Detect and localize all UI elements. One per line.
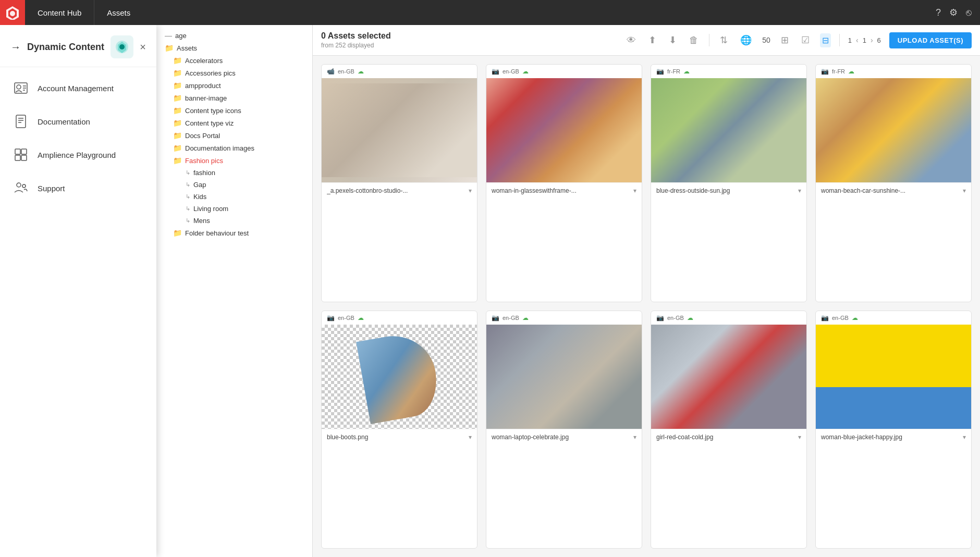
upload-assets-button[interactable]: UPLOAD ASSET(S): [889, 32, 972, 48]
locale-label: en-GB: [503, 68, 519, 75]
locale-label: en-GB: [338, 315, 354, 321]
tree-item-label: Accessories pics: [185, 69, 236, 77]
tree-item-label: Kids: [193, 193, 206, 201]
tree-item-label: Documentation images: [185, 144, 254, 152]
asset-card-footer: woman-beach-car-sunshine-... ▾: [816, 182, 971, 199]
chevron-down-icon[interactable]: ▾: [633, 187, 636, 194]
tree-item-assets[interactable]: 📁 Assets: [156, 42, 312, 54]
svg-rect-11: [15, 155, 20, 160]
page-last: 6: [877, 36, 881, 44]
tree-item-content-type-icons[interactable]: 📁 Content type icons: [165, 104, 312, 117]
preview-button[interactable]: 👁: [624, 33, 638, 48]
logout-icon[interactable]: ⎋: [966, 7, 972, 18]
tree-item-ampproduct[interactable]: 📁 ampproduct: [165, 79, 312, 92]
folder-icon: 📁: [173, 119, 182, 127]
sidebar-close-button[interactable]: ×: [140, 41, 146, 53]
sub-arrow-icon: ↳: [186, 205, 190, 212]
select-all-button[interactable]: ☑: [799, 32, 812, 48]
app-title: Content Hub: [25, 0, 94, 25]
asset-card[interactable]: 📷 fr-FR ☁ blue-dress-outside-sun.jpg ▾: [651, 64, 807, 302]
photo-icon: 📷: [327, 314, 335, 321]
asset-card[interactable]: 📷 fr-FR ☁ woman-beach-car-sunshine-... ▾: [815, 64, 972, 302]
prev-page-button[interactable]: ‹: [854, 35, 861, 45]
tree-item-mens[interactable]: ↳ Mens: [173, 215, 312, 227]
chevron-down-icon[interactable]: ▾: [798, 187, 801, 194]
chevron-down-icon[interactable]: ▾: [633, 434, 636, 441]
chevron-down-icon[interactable]: ▾: [963, 434, 966, 441]
asset-card[interactable]: 📷 en-GB ☁ woman-laptop-celebrate.jpg ▾: [486, 311, 642, 549]
sidebar-menu-header: → Dynamic Content ×: [0, 25, 156, 67]
tree-item-label: Content type viz: [185, 119, 234, 127]
asset-card[interactable]: 📷 en-GB ☁ woman-in-glasseswithframe-... …: [486, 64, 642, 302]
logo-icon: [5, 5, 20, 20]
tree-item-fashion[interactable]: ↳ fashion: [173, 167, 312, 179]
next-page-button[interactable]: ›: [868, 35, 875, 45]
sidebar-item-amplience-playground[interactable]: Amplience Playground: [0, 138, 156, 171]
asset-card[interactable]: 📹 en-GB ☁ _a.pexels-cottonbro-studio-...…: [321, 64, 477, 302]
toolbar-action-icons: 👁 ⬆ ⬇ 🗑 ⇅ 🌐 50 ⊞ ☑ ⊟ 1 ‹ 1 › 6: [624, 32, 972, 48]
tree-item-label: Mens: [193, 217, 210, 225]
sort-button[interactable]: ⇅: [718, 32, 730, 48]
support-icon: [13, 180, 29, 196]
tree-item-label: ampproduct: [185, 82, 221, 90]
asset-thumbnail: [486, 78, 642, 182]
tree-item-label: Gap: [193, 181, 206, 189]
sidebar-item-support[interactable]: Support: [0, 171, 156, 205]
grid-view-button[interactable]: ⊞: [779, 32, 791, 48]
sub-arrow-icon: ↳: [186, 217, 190, 224]
count-label: from 252 displayed: [321, 42, 391, 49]
main-layout: → Dynamic Content ×: [0, 25, 980, 557]
tree-item-fashion-pics[interactable]: 📁 Fashion pics: [165, 154, 312, 167]
help-icon[interactable]: ?: [936, 7, 941, 18]
folder-icon: 📁: [173, 94, 182, 102]
chevron-down-icon[interactable]: ▾: [469, 434, 472, 441]
cloud-icon: ☁: [683, 68, 690, 75]
asset-card-footer: woman-laptop-celebrate.jpg ▾: [486, 429, 642, 445]
asset-thumbnail: [816, 78, 971, 182]
photo-icon: 📷: [492, 314, 499, 321]
tree-item-label: Docs Portal: [185, 132, 220, 140]
asset-thumbnail: [651, 78, 806, 182]
asset-name: girl-red-coat-cold.jpg: [656, 434, 798, 441]
per-page-count: 50: [762, 36, 770, 44]
playground-icon: [14, 147, 28, 162]
sidebar-item-documentation[interactable]: Documentation: [0, 105, 156, 138]
tree-item-label: fashion: [193, 169, 215, 177]
locale-button[interactable]: 🌐: [738, 32, 754, 48]
tree-item-docs-portal[interactable]: 📁 Docs Portal: [165, 129, 312, 142]
tree-item-accessories-pics[interactable]: 📁 Accessories pics: [165, 67, 312, 79]
tree-item-content-type-viz[interactable]: 📁 Content type viz: [165, 117, 312, 129]
asset-card[interactable]: 📷 en-GB ☁ blue-boots.png ▾: [321, 311, 477, 549]
settings-icon[interactable]: ⚙: [949, 7, 958, 18]
svg-point-2: [10, 11, 15, 16]
upload-icon-button[interactable]: ⬆: [646, 32, 658, 48]
asset-card[interactable]: 📷 en-GB ☁ woman-blue-jacket-happy.jpg ▾: [815, 311, 972, 549]
chevron-down-icon[interactable]: ▾: [798, 434, 801, 441]
sidebar-item-account-management[interactable]: Account Management: [0, 71, 156, 105]
svg-rect-8: [16, 115, 26, 128]
photo-icon: 📷: [821, 68, 829, 75]
tree-item-age[interactable]: — age: [156, 29, 312, 42]
tree-item-label: age: [175, 32, 187, 40]
tree-item-living-room[interactable]: ↳ Living room: [173, 203, 312, 215]
tree-item-banner-image[interactable]: 📁 banner-image: [165, 92, 312, 104]
doc-icon: [14, 114, 28, 129]
chevron-down-icon[interactable]: ▾: [469, 187, 472, 194]
asset-card-header: 📷 en-GB ☁: [486, 311, 642, 325]
sub-arrow-icon: ↳: [186, 169, 190, 176]
filter-view-button[interactable]: ⊟: [820, 33, 831, 47]
download-button[interactable]: ⬇: [667, 32, 679, 48]
tree-item-accelerators[interactable]: 📁 Accelerators: [165, 54, 312, 67]
folder-icon: 📁: [173, 106, 182, 115]
tree-item-folder-behaviour-test[interactable]: 📁 Folder behaviour test: [165, 227, 312, 239]
tree-item-gap[interactable]: ↳ Gap: [173, 179, 312, 191]
locale-label: en-GB: [503, 315, 519, 321]
asset-card[interactable]: 📷 en-GB ☁ girl-red-coat-cold.jpg ▾: [651, 311, 807, 549]
video-icon: 📹: [327, 68, 335, 75]
toolbar-info: 0 Assets selected from 252 displayed: [321, 31, 391, 49]
tree-item-kids[interactable]: ↳ Kids: [173, 191, 312, 203]
chevron-down-icon[interactable]: ▾: [963, 187, 966, 194]
tree-item-documentation-images[interactable]: 📁 Documentation images: [165, 142, 312, 154]
sub-arrow-icon: ↳: [186, 193, 190, 200]
delete-button[interactable]: 🗑: [687, 33, 701, 48]
